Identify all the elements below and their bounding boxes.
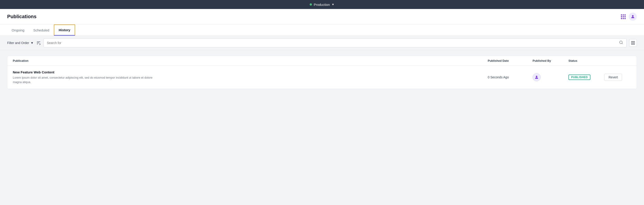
search-box[interactable] [44,38,626,47]
search-icon [619,40,623,45]
columns-view-icon[interactable] [629,39,637,47]
page-title: Publications [7,14,36,20]
publications-table: Publication Published Date Published By … [7,56,637,89]
publication-name: New Feature Web Content [13,70,488,74]
svg-point-4 [620,41,622,44]
chevron-down-icon: ▼ [30,41,34,45]
status-dot [310,3,312,6]
published-by-cell [532,73,568,81]
environment-title: Production [314,3,330,7]
sort-icon[interactable] [36,41,41,45]
status-badge: PUBLISHED [568,75,590,80]
col-publication: Publication [13,59,488,62]
revert-button[interactable]: Revert [604,74,622,81]
col-published-by: Published By [532,59,568,62]
published-by-avatar [532,73,541,81]
status-cell: PUBLISHED [568,75,604,80]
tabs-bar: Ongoing Scheduled History [0,25,644,36]
apps-icon[interactable] [621,14,626,19]
chevron-down-icon[interactable]: ▼ [332,3,334,6]
topbar: Production ▼ [0,0,644,9]
table-header: Publication Published Date Published By … [8,56,636,66]
filter-bar: Filter and Order ▼ [0,36,644,50]
search-input[interactable] [47,41,619,45]
tab-ongoing[interactable]: Ongoing [7,25,29,36]
svg-point-0 [632,15,634,17]
main-content: Publication Published Date Published By … [0,50,644,205]
svg-rect-6 [632,41,632,45]
publication-info: New Feature Web Content Lorem ipsum dolo… [13,70,488,84]
svg-rect-7 [634,41,634,45]
filter-order-button[interactable]: Filter and Order ▼ [7,41,34,45]
action-cell: Revert [604,74,631,81]
user-avatar[interactable] [629,13,637,21]
table-row: New Feature Web Content Lorem ipsum dolo… [8,66,636,89]
published-date: 0 Seconds Ago [488,75,532,79]
header-icons [621,13,637,21]
svg-point-8 [536,76,538,77]
publication-description: Lorem ipsum dolor sit amet, consectetur … [13,75,156,84]
col-published-date: Published Date [488,59,532,62]
col-status: Status [568,59,604,62]
svg-line-5 [622,43,622,44]
page-header: Publications [0,9,644,25]
tab-scheduled[interactable]: Scheduled [29,25,54,36]
tab-history[interactable]: History [54,25,75,36]
col-action [604,59,631,62]
